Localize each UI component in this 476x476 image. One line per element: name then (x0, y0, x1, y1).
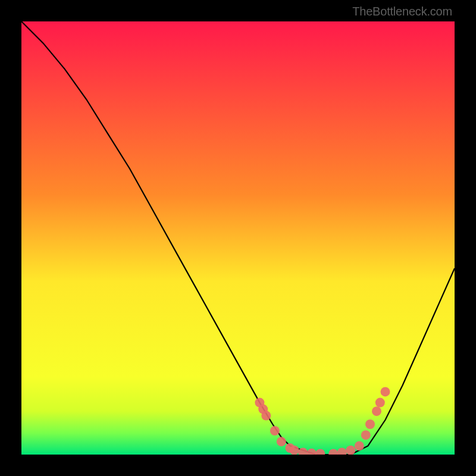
marker-point (381, 387, 390, 396)
plot-area (21, 21, 455, 455)
marker-point (372, 406, 381, 416)
marker-point (270, 426, 280, 436)
chart-svg (21, 21, 455, 455)
attribution-text: TheBottleneck.com (352, 5, 452, 18)
marker-point (261, 411, 271, 421)
marker-point (346, 446, 355, 455)
marker-point (365, 419, 375, 429)
marker-point (290, 446, 299, 455)
marker-point (277, 437, 286, 446)
marker-point (355, 441, 364, 450)
chart-frame: TheBottleneck.com (0, 0, 476, 476)
marker-point (361, 430, 371, 440)
gradient-background (21, 21, 455, 455)
marker-point (375, 398, 385, 408)
